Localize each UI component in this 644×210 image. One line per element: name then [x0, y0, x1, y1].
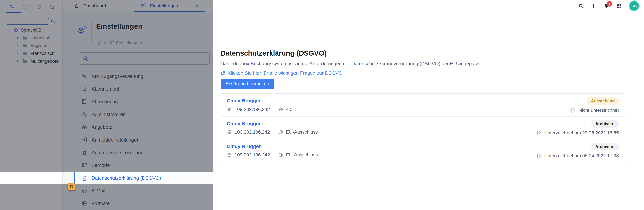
document-icon	[82, 175, 87, 181]
link-label: Klicken Sie hier für alle wichtigen Frag…	[228, 70, 344, 76]
globe-icon	[278, 107, 283, 112]
search-icon[interactable]	[578, 3, 584, 8]
dim-overlay	[0, 184, 213, 210]
status-badge: Archiviert	[591, 143, 619, 150]
globe-icon	[278, 130, 283, 135]
topbar-actions: 1 CB	[578, 0, 640, 12]
link-hint-badge: D	[68, 183, 76, 191]
edit-declaration-button[interactable]: Erklärung bearbeiten	[220, 79, 274, 89]
content-description: Das edoobox Buchungssystem ist an die An…	[220, 61, 482, 66]
signature-icon	[536, 153, 542, 158]
entry-signature: Nicht unterzeichnet	[578, 108, 619, 113]
content-title: Datenschutzerklärung (DSGVO)	[220, 49, 326, 57]
sidebar-item-datenschutz[interactable]: Datenschutzerklärung (DSGVO)	[74, 172, 213, 184]
notifications-button[interactable]: 1	[604, 3, 609, 9]
entry-person-link[interactable]: Cindy Brugger	[227, 121, 318, 126]
main-content: Datenschutzerklärung (DSGVO) Das edoobox…	[213, 12, 644, 210]
apps-grid-icon[interactable]	[616, 3, 622, 8]
dim-overlay	[0, 0, 213, 172]
entry-version: EU-Ausschluss	[286, 152, 318, 158]
signature-icon	[570, 108, 576, 113]
entry-signature: Unterzeichnet am 05.04.2022 17:33	[544, 153, 619, 158]
server-icon	[227, 107, 232, 112]
avatar[interactable]: CB	[628, 0, 640, 11]
dsgvo-entry-row: Cindy Brugger 109.202.196.242 EU-Ausschl…	[221, 139, 625, 162]
entry-person-link[interactable]: Cindy Brugger	[227, 144, 318, 149]
signature-icon	[536, 130, 542, 136]
status-badge: Archiviert	[591, 120, 619, 128]
server-icon	[227, 152, 232, 157]
declarations-card: Cindy Brugger 109.202.196.242 4.5 Ausste…	[220, 93, 625, 162]
dsgvo-entry-row: Cindy Brugger 109.202.196.242 EU-Ausschl…	[221, 116, 625, 139]
server-icon	[227, 130, 232, 135]
add-icon[interactable]	[591, 3, 596, 9]
external-link-icon	[220, 71, 225, 75]
entry-ip: 109.202.196.242	[234, 152, 270, 158]
entry-person-link[interactable]: Cindy Brugger	[227, 98, 292, 104]
sidebar-item-label: Datenschutzerklärung (DSGVO)	[92, 175, 161, 181]
status-badge: Ausstehend	[587, 97, 619, 105]
notification-count-badge: 1	[606, 1, 612, 6]
entry-ip: 109.202.196.242	[234, 129, 270, 135]
entry-ip: 109.202.196.242	[234, 107, 270, 112]
entry-signature: Unterzeichnet am 29.06.2022 16:55	[544, 130, 619, 136]
dsgvo-entry-row: Cindy Brugger 109.202.196.242 4.5 Ausste…	[221, 94, 625, 116]
app-root: SprachCB Italienisch Englisch Französisc…	[0, 0, 644, 210]
entry-version: EU-Ausschluss	[286, 129, 318, 135]
globe-icon	[278, 152, 283, 157]
entry-version: 4.5	[286, 107, 292, 112]
dsgvo-info-link[interactable]: Klicken Sie hier für alle wichtigen Frag…	[220, 70, 344, 76]
